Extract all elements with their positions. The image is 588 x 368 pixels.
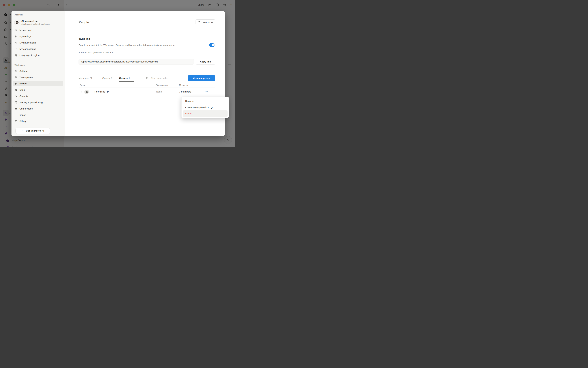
building-icon <box>15 76 18 79</box>
sidebar-item-sites[interactable]: Sites <box>13 87 63 92</box>
row-menu-icon[interactable]: ••• <box>205 90 208 92</box>
tab-groups[interactable]: Groups1 <box>119 74 130 82</box>
sidebar-item-my-notifications[interactable]: My notifications <box>13 40 63 45</box>
invite-url-field[interactable]: https://www.notion.so/acmeincorporated/i… <box>79 59 194 64</box>
question-circle-icon <box>198 21 200 24</box>
group-avatar <box>84 90 89 94</box>
group-members-count: 3 members <box>179 90 191 93</box>
toggle-knob <box>212 44 215 46</box>
invite-link-note: You can also generate a new link <box>79 51 113 54</box>
sidebar-item-label: Identity & provisioning <box>19 101 43 104</box>
sidebar-item-label: My account <box>19 29 32 32</box>
tab-count: 2 <box>111 77 112 80</box>
sidebar-item-my-account[interactable]: My account <box>13 28 63 33</box>
copy-link-button[interactable]: Copy link <box>196 59 215 64</box>
learn-more-button[interactable]: Learn more <box>195 19 215 25</box>
ai-button-label: Get unlimited AI <box>26 129 44 132</box>
search-field[interactable]: Type to search... <box>146 74 169 82</box>
people-tabs: Members21 Guests2 Groups1 Type to search… <box>79 74 215 82</box>
sidebar-item-label: Teamspaces <box>19 76 33 79</box>
invite-link-toggle[interactable] <box>209 43 215 47</box>
sidebar-item-teamspaces[interactable]: Teamspaces <box>13 75 63 80</box>
sidebar-item-label: My settings <box>19 35 31 38</box>
page-title: People <box>79 20 89 24</box>
invite-link-description: Enable a secret link for Workspace Owner… <box>79 43 186 47</box>
search-icon <box>146 77 149 80</box>
sidebar-item-identity-provisioning[interactable]: Identity & provisioning <box>13 100 63 105</box>
account-name: Stephanie Lee <box>21 20 50 23</box>
globe-icon <box>15 54 18 57</box>
create-group-button[interactable]: Create a group <box>188 75 215 81</box>
people-icon <box>15 82 18 85</box>
key-icon <box>15 95 18 98</box>
screen: Share ••• S S <box>0 0 235 147</box>
workspace-section-label: Workspace <box>15 64 63 66</box>
column-header-teamspaces: Teamspaces <box>156 84 168 86</box>
settings-sidebar: Account Stephanie Lee stephanie@toolsfor… <box>11 11 65 136</box>
grid-icon <box>15 107 18 110</box>
sidebar-item-security[interactable]: Security <box>13 93 63 99</box>
learn-more-label: Learn more <box>202 21 213 24</box>
sidebar-item-connections[interactable]: Connections <box>13 106 63 111</box>
browser-cursor-icon <box>15 88 18 92</box>
tab-count: 21 <box>90 77 92 80</box>
sidebar-item-language-region[interactable]: Language & region <box>13 53 63 58</box>
sidebar-item-label: Sites <box>19 89 25 91</box>
sidebar-item-label: Import <box>19 114 26 116</box>
account-section-label: Account <box>15 14 63 16</box>
sidebar-item-label: Connections <box>19 107 33 110</box>
generate-new-link[interactable]: generate a new link <box>93 51 113 54</box>
sidebar-item-my-connections[interactable]: My connections <box>13 46 63 52</box>
sidebar-item-people[interactable]: People <box>13 81 63 86</box>
sliders-icon <box>15 35 18 38</box>
credit-card-icon <box>15 120 18 123</box>
group-context-menu: Rename Create teamspace from gro... Dele… <box>182 97 229 118</box>
shield-check-icon <box>15 101 18 104</box>
tab-count: 1 <box>129 77 130 80</box>
sidebar-item-label: Billing <box>19 120 26 123</box>
menu-item-rename[interactable]: Rename <box>182 98 229 104</box>
column-header-members: Members <box>179 84 188 86</box>
sidebar-item-my-settings[interactable]: My settings <box>13 34 63 39</box>
invite-link-heading: Invite link <box>79 37 90 40</box>
account-email: stephanie@toolsforthought.xyz <box>21 23 50 25</box>
sidebar-item-label: People <box>19 82 27 85</box>
arrow-up-right-box-icon <box>15 47 18 51</box>
get-unlimited-ai-button[interactable]: Get unlimited AI <box>16 128 50 134</box>
menu-item-delete[interactable]: Delete <box>183 110 228 117</box>
sidebar-item-settings[interactable]: Settings <box>13 68 63 74</box>
sidebar-item-import[interactable]: Import <box>13 112 63 118</box>
table-row[interactable]: Recruiting None 3 members ••• <box>79 87 215 97</box>
sparkles-icon <box>21 129 25 132</box>
download-arrow-icon <box>15 113 18 117</box>
sidebar-item-label: Settings <box>19 70 28 73</box>
group-name: Recruiting <box>94 90 109 93</box>
chevron-right-icon[interactable] <box>80 91 83 93</box>
search-placeholder: Type to search... <box>151 77 169 80</box>
group-teamspaces: None <box>156 90 162 93</box>
tab-guests[interactable]: Guests2 <box>102 74 112 82</box>
gear-icon <box>15 70 18 73</box>
bell-icon <box>15 41 18 44</box>
menu-item-create-teamspace[interactable]: Create teamspace from gro... <box>182 104 229 110</box>
active-tab-indicator <box>119 82 134 82</box>
sidebar-item-billing[interactable]: Billing <box>13 119 63 124</box>
sidebar-item-label: My connections <box>19 48 36 50</box>
speaking-head-emoji-icon <box>106 90 109 93</box>
sidebar-item-label: My notifications <box>19 41 36 44</box>
column-header-group: Group <box>80 84 85 86</box>
account-profile[interactable]: Stephanie Lee stephanie@toolsforthought.… <box>14 20 63 25</box>
groups-table-header: Group Teamspaces Members <box>79 84 215 87</box>
avatar <box>14 20 20 25</box>
person-circle-icon <box>15 29 18 32</box>
sidebar-item-label: Language & region <box>19 54 39 57</box>
sidebar-item-label: Security <box>19 95 28 98</box>
tab-members[interactable]: Members21 <box>79 74 92 82</box>
